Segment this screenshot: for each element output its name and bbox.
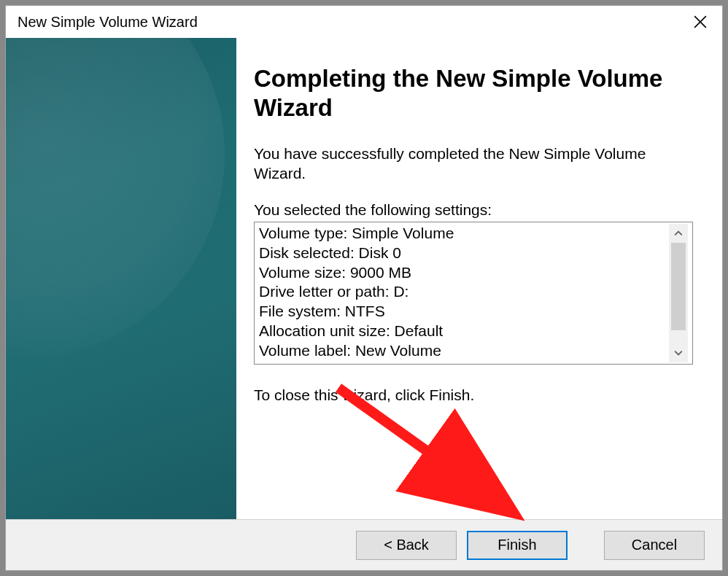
settings-item: Drive letter or path: D: bbox=[259, 282, 669, 302]
back-button[interactable]: < Back bbox=[356, 531, 457, 560]
scroll-down-button[interactable] bbox=[669, 343, 688, 362]
close-button[interactable] bbox=[678, 6, 722, 38]
settings-label: You selected the following settings: bbox=[254, 201, 693, 219]
settings-list: Volume type: Simple Volume Disk selected… bbox=[259, 224, 669, 362]
settings-item: Disk selected: Disk 0 bbox=[259, 244, 669, 263]
scroll-track[interactable] bbox=[669, 243, 688, 343]
settings-item: Volume size: 9000 MB bbox=[259, 263, 669, 283]
closing-text: To close this wizard, click Finish. bbox=[254, 386, 693, 404]
scroll-up-button[interactable] bbox=[669, 224, 688, 243]
titlebar: New Simple Volume Wizard bbox=[6, 6, 722, 38]
settings-listbox[interactable]: Volume type: Simple Volume Disk selected… bbox=[254, 222, 693, 365]
wizard-footer: < Back Finish Cancel bbox=[6, 519, 722, 570]
chevron-down-icon bbox=[674, 349, 683, 357]
close-icon bbox=[694, 15, 707, 28]
wizard-body: Completing the New Simple Volume Wizard … bbox=[6, 38, 722, 519]
wizard-side-graphic bbox=[6, 38, 236, 519]
settings-item: Allocation unit size: Default bbox=[259, 322, 669, 341]
settings-item: Volume type: Simple Volume bbox=[259, 224, 669, 244]
intro-text: You have successfully completed the New … bbox=[254, 144, 693, 184]
chevron-up-icon bbox=[674, 229, 683, 238]
settings-item: Volume label: New Volume bbox=[259, 341, 669, 361]
window-title: New Simple Volume Wizard bbox=[18, 14, 198, 31]
scroll-thumb[interactable] bbox=[671, 243, 686, 330]
page-heading: Completing the New Simple Volume Wizard bbox=[254, 64, 693, 122]
settings-item: File system: NTFS bbox=[259, 302, 669, 322]
cancel-button[interactable]: Cancel bbox=[604, 531, 705, 560]
wizard-dialog: New Simple Volume Wizard Completing the … bbox=[5, 5, 723, 571]
svg-line-3 bbox=[338, 388, 492, 497]
finish-button[interactable]: Finish bbox=[467, 531, 568, 560]
settings-item: Quick format: Yes bbox=[259, 361, 669, 362]
scrollbar[interactable] bbox=[669, 224, 688, 362]
wizard-content: Completing the New Simple Volume Wizard … bbox=[236, 38, 722, 519]
